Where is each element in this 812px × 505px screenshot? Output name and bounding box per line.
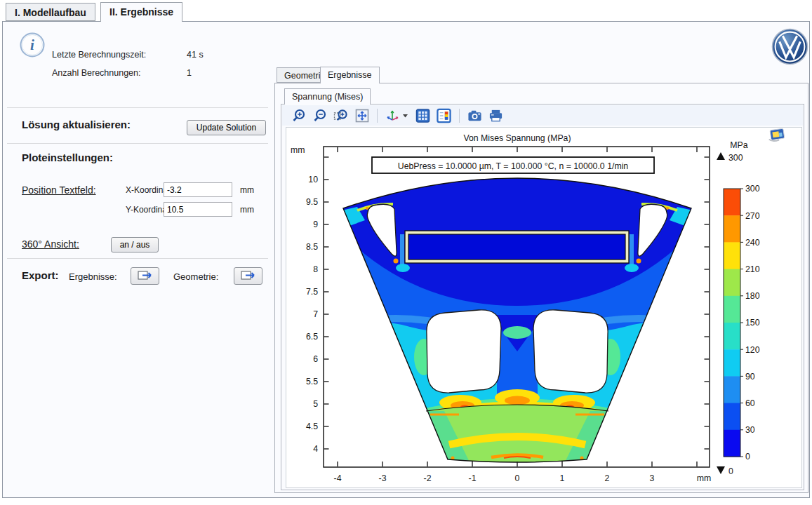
y-tick-label: 6.5 bbox=[306, 332, 318, 342]
graphics-canvas[interactable]: Von Mises Spannung (MPa) mm bbox=[286, 127, 802, 488]
update-section-label: Lösung aktualisieren: bbox=[22, 119, 131, 130]
legend-color-segment bbox=[724, 349, 740, 377]
color-legend: MPa 300 3002702402101801501209060300 0 bbox=[717, 140, 760, 476]
divider bbox=[7, 258, 268, 259]
legend-color-segment bbox=[724, 296, 740, 323]
x-coordinate-input[interactable] bbox=[164, 182, 232, 197]
legend-tick-label: 60 bbox=[745, 398, 755, 408]
zoom-in-icon[interactable] bbox=[291, 108, 306, 123]
divider bbox=[7, 143, 268, 144]
legend-color-segment bbox=[724, 242, 740, 269]
computation-count-label: Anzahl Berechnungen: bbox=[52, 68, 140, 78]
zoom-out-icon[interactable] bbox=[312, 108, 327, 123]
x-tick-label: -1 bbox=[469, 473, 477, 483]
y-tick-label: 7 bbox=[313, 309, 318, 319]
export-geometry-label: Geometrie: bbox=[173, 271, 218, 282]
view-orientation-icon[interactable] bbox=[385, 108, 409, 123]
tab-ergebnisse-plot[interactable]: Ergebnisse bbox=[320, 67, 380, 83]
x-tick-label: 1 bbox=[560, 473, 565, 483]
snapshot-icon[interactable] bbox=[467, 108, 482, 123]
y-tick-label: 4 bbox=[313, 444, 318, 454]
y-tick-label: 10 bbox=[308, 175, 318, 184]
legend-tick-label: 270 bbox=[745, 211, 760, 221]
y-tick-label: 9.5 bbox=[306, 197, 318, 207]
color-legend-icon[interactable] bbox=[437, 108, 451, 123]
legend-color-segment bbox=[724, 189, 740, 216]
y-tick-label: 4.5 bbox=[306, 422, 318, 431]
plot-annotation: UebPress = 10.0000 µm, T = 100.000 °C, n… bbox=[372, 157, 654, 173]
legend-min-marker-icon bbox=[717, 466, 725, 474]
y-tick-label: 5 bbox=[313, 399, 318, 409]
update-solution-button[interactable]: Update Solution bbox=[187, 120, 266, 135]
y-tick-label: 5.5 bbox=[306, 377, 318, 386]
y-axis-unit: mm bbox=[291, 145, 305, 155]
computation-count-value: 1 bbox=[187, 68, 192, 78]
legend-tick-label: 150 bbox=[745, 318, 760, 328]
legend-tick-label: 90 bbox=[745, 372, 755, 382]
last-computation-value: 41 s bbox=[187, 50, 204, 60]
plot-popout-icon[interactable] bbox=[768, 128, 785, 142]
legend-unit: MPa bbox=[730, 140, 747, 150]
legend-color-segment bbox=[724, 430, 740, 457]
x-tick-label: -4 bbox=[334, 473, 342, 483]
legend-tick-label: 240 bbox=[745, 238, 760, 248]
y-tick-label: 6 bbox=[313, 354, 318, 364]
legend-tick-label: 0 bbox=[745, 452, 750, 462]
zoom-box-icon[interactable] bbox=[333, 108, 348, 123]
toolbar-separator bbox=[377, 109, 378, 123]
info-icon: i bbox=[19, 32, 46, 61]
legend-max-marker-icon bbox=[717, 152, 725, 160]
legend-min-value: 0 bbox=[728, 466, 733, 476]
tab-modellaufbau[interactable]: I. Modellaufbau bbox=[6, 3, 95, 21]
export-icon bbox=[137, 270, 154, 283]
print-icon[interactable] bbox=[488, 108, 503, 123]
grid-icon[interactable] bbox=[415, 108, 430, 123]
main-panel: i Letzte Berechnungszeit: 41 s Anzahl Be… bbox=[2, 21, 810, 498]
export-geometry-button[interactable] bbox=[234, 267, 262, 285]
y-tick-label: 8 bbox=[313, 264, 318, 274]
legend-color-segment bbox=[724, 215, 740, 243]
export-label: Export: bbox=[22, 269, 59, 281]
svg-text:i: i bbox=[30, 36, 34, 53]
y-tick-label: 7.5 bbox=[306, 287, 318, 297]
x-tick-label: -2 bbox=[424, 473, 432, 483]
annotation-text: UebPress = 10.0000 µm, T = 100.000 °C, n… bbox=[398, 161, 629, 171]
x-axis-unit: mm bbox=[697, 473, 712, 483]
legend-color-segment bbox=[724, 403, 740, 431]
legend-max-value: 300 bbox=[728, 153, 743, 163]
plot-settings-label: Ploteinstellungen: bbox=[22, 152, 113, 163]
legend-tick-label: 180 bbox=[745, 291, 760, 301]
vw-logo bbox=[771, 28, 808, 68]
graphics-groupbox: Spannung (Mises) bbox=[274, 83, 808, 493]
y-unit-label: mm bbox=[240, 205, 254, 215]
position-textfield-label: Position Textfeld: bbox=[22, 184, 96, 196]
x-tick-label: -3 bbox=[379, 473, 387, 483]
legend-color-segment bbox=[724, 376, 740, 403]
zoom-extents-icon[interactable] bbox=[354, 108, 369, 123]
x-tick-label: 3 bbox=[650, 473, 655, 483]
x-unit-label: mm bbox=[240, 185, 254, 195]
view-360-toggle-button[interactable]: an / aus bbox=[111, 237, 159, 252]
plot-groupbox: Von Mises Spannung (MPa) mm bbox=[281, 104, 804, 490]
y-coordinate-input[interactable] bbox=[164, 202, 232, 217]
view-360-label: 360° Ansicht: bbox=[22, 238, 79, 250]
export-results-button[interactable] bbox=[131, 267, 159, 285]
graphics-toolbar bbox=[282, 105, 803, 126]
export-results-label: Ergebnisse: bbox=[69, 271, 117, 282]
plot-title: Von Mises Spannung (MPa) bbox=[463, 133, 571, 143]
legend-color-segment bbox=[724, 269, 740, 297]
legend-tick-label: 30 bbox=[745, 425, 755, 435]
legend-color-segment bbox=[724, 323, 740, 350]
divider bbox=[7, 107, 268, 108]
y-tick-label: 8.5 bbox=[306, 242, 318, 252]
legend-tick-label: 210 bbox=[745, 264, 760, 274]
export-icon bbox=[240, 270, 257, 283]
last-computation-label: Letzte Berechnungszeit: bbox=[52, 50, 146, 60]
legend-tick-label: 300 bbox=[745, 184, 760, 194]
legend-tick-label: 120 bbox=[745, 345, 760, 355]
tab-spannung-mises[interactable]: Spannung (Mises) bbox=[284, 88, 371, 105]
x-tick-label: 2 bbox=[605, 473, 610, 483]
x-tick-label: 0 bbox=[515, 473, 520, 483]
tab-ergebnisse[interactable]: II. Ergebnisse bbox=[100, 2, 182, 22]
y-tick-label: 9 bbox=[313, 220, 318, 229]
